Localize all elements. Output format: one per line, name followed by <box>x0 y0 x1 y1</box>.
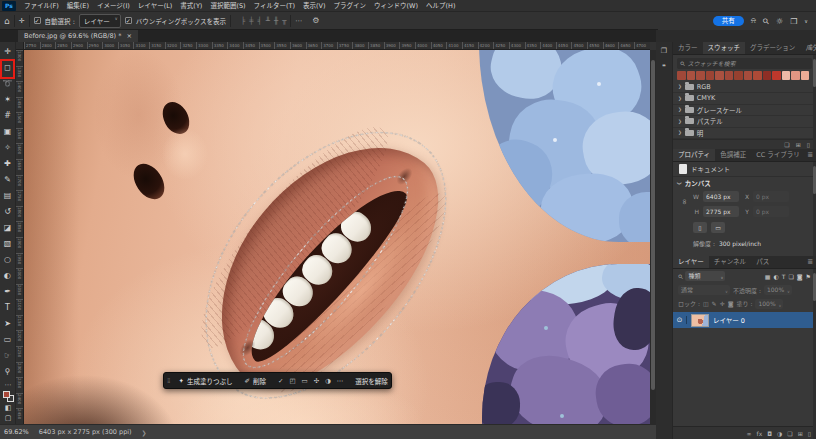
menu-item[interactable]: 編集(E) <box>63 0 93 12</box>
swatch[interactable] <box>715 71 724 80</box>
swatch[interactable] <box>725 71 734 80</box>
swatch[interactable] <box>753 71 762 80</box>
commit-brush-icon[interactable]: ✓ <box>278 377 283 385</box>
menu-item[interactable]: プラグイン <box>330 0 371 12</box>
panel-tab[interactable]: CC ライブラリ <box>751 149 805 161</box>
gradient-tool[interactable]: ▧ <box>0 236 15 252</box>
panel-tab[interactable]: レイヤー <box>673 256 709 268</box>
filter-shape-icon[interactable]: ❏ <box>788 273 793 280</box>
link-dimensions-icon[interactable]: ∞ <box>680 198 689 205</box>
object-selection-tool[interactable]: ✶ <box>0 92 15 108</box>
align-bottom-icon[interactable]: ╥ <box>282 17 286 25</box>
type-tool[interactable]: T <box>0 300 15 316</box>
swatch[interactable] <box>706 71 715 80</box>
discover-lightbulb-icon[interactable]: ☼ <box>776 17 783 26</box>
swatch[interactable] <box>687 71 696 80</box>
swatch[interactable] <box>772 71 781 80</box>
screen-mode-icon[interactable]: ▢ <box>5 414 12 422</box>
swatch-folder-row[interactable]: ❯ RGB <box>673 82 816 94</box>
feather-selection-icon[interactable]: ✣ <box>314 377 319 385</box>
layer-effects-icon[interactable]: fx <box>757 430 763 437</box>
filter-adjustment-icon[interactable]: ◐ <box>773 273 778 280</box>
layer-thumbnail[interactable] <box>691 314 709 327</box>
libraries-icon[interactable]: ❐ <box>661 47 667 55</box>
swatch-folder-row[interactable]: ❯ 明 <box>673 128 816 140</box>
swatch-folder-row[interactable]: ❯ CMYK <box>673 93 816 105</box>
link-layers-icon[interactable]: ∞ <box>747 430 752 437</box>
layer-visibility-eye-icon[interactable]: ⊙ <box>673 316 687 324</box>
more-options-icon[interactable]: ⋯ <box>337 377 344 385</box>
menu-item[interactable]: イメージ(I) <box>93 0 134 12</box>
group-layers-icon[interactable]: ❏ <box>787 430 792 437</box>
layer-name[interactable]: レイヤー 0 <box>713 315 745 325</box>
delete-swatch-icon[interactable]: ▯ <box>807 141 810 148</box>
status-chevron-icon[interactable]: ❯ <box>142 429 147 436</box>
lock-transparency-icon[interactable]: ◫ <box>703 300 709 307</box>
new-selection-icon[interactable]: ▭ <box>302 377 308 385</box>
quick-mask-icon[interactable]: ◧ <box>5 404 12 412</box>
move-tool[interactable]: ✛ <box>0 44 15 60</box>
swatch-folder-row[interactable]: ❯ グレースケール <box>673 105 816 117</box>
brush-tool[interactable]: ✎ <box>0 172 15 188</box>
panel-tab[interactable]: プロパティ <box>673 149 715 161</box>
swatch[interactable] <box>677 71 686 80</box>
panel-tab[interactable]: 色調補正 <box>715 149 751 161</box>
swatch[interactable] <box>734 71 743 80</box>
edit-toolbar-icon[interactable]: ⋯ <box>5 381 12 389</box>
chevron-down-icon[interactable]: ∨ <box>804 18 808 24</box>
menu-item[interactable]: ヘルプ(H) <box>422 0 459 12</box>
expand-chevron-icon[interactable]: ❯ <box>678 119 682 124</box>
history-brush-tool[interactable]: ↺ <box>0 204 15 220</box>
filter-pixel-icon[interactable]: ▦ <box>765 273 771 280</box>
delete-layer-icon[interactable]: ▯ <box>808 430 811 437</box>
swatch-search-input[interactable]: ⚲ スウォッチを検索 <box>677 58 812 69</box>
document-tab[interactable]: Before.jpg @ 69.6% (RGB/8) * × <box>18 30 138 42</box>
panel-menu-icon[interactable]: ≣ <box>807 256 813 269</box>
filter-smart-object-icon[interactable]: ◙ <box>797 273 803 280</box>
layer-filter-dropdown[interactable]: 種類 <box>685 271 725 281</box>
align-right-icon[interactable]: ╡ <box>257 17 261 25</box>
adjustment-layer-icon[interactable]: ◑ <box>777 430 782 437</box>
swatch[interactable] <box>791 71 800 80</box>
menu-item[interactable]: フィルター(T) <box>250 0 299 12</box>
filter-type-icon[interactable]: T <box>782 273 786 280</box>
dodge-tool[interactable]: ◐ <box>0 268 15 284</box>
foreground-background-colors[interactable] <box>3 391 14 402</box>
more-options-icon[interactable]: ⋯ <box>295 17 302 25</box>
path-selection-tool[interactable]: ➤ <box>0 316 15 332</box>
lock-all-icon[interactable]: ◙ <box>728 300 734 307</box>
canvas[interactable] <box>24 50 650 424</box>
new-layer-icon[interactable]: ⊞ <box>798 430 803 437</box>
layer-row-selected[interactable]: ⊙ レイヤー 0 <box>673 312 816 328</box>
scrollbar-thumb[interactable] <box>651 60 655 390</box>
menu-item[interactable]: レイヤー(L) <box>134 0 177 12</box>
panel-menu-icon[interactable]: ≣ <box>807 149 813 162</box>
height-field[interactable]: 2775 px <box>703 206 739 217</box>
add-to-selection-icon[interactable]: ◰ <box>289 377 295 385</box>
lock-position-icon[interactable]: ✛ <box>720 300 725 307</box>
workspace-switcher-icon[interactable]: ❒ <box>790 17 797 26</box>
deselect-button[interactable]: 選択を解除 <box>349 373 394 388</box>
panel-tab[interactable]: スウォッチ <box>703 42 746 54</box>
swatch[interactable] <box>744 71 753 80</box>
auto-select-checkbox[interactable]: ✓ <box>34 17 41 24</box>
menu-item[interactable]: 表示(V) <box>299 0 330 12</box>
blur-tool[interactable]: ○ <box>0 252 15 268</box>
swatch[interactable] <box>696 71 705 80</box>
panel-tab[interactable]: カラー <box>673 42 703 54</box>
opacity-dropdown[interactable]: 100% <box>764 285 792 295</box>
new-swatch-group-icon[interactable]: ❏ <box>784 141 789 148</box>
panel-tab[interactable]: パス <box>751 256 774 268</box>
blend-mode-dropdown[interactable]: 通常 <box>678 285 730 295</box>
expand-chevron-icon[interactable]: ❯ <box>678 84 682 89</box>
align-left-icon[interactable]: ╞ <box>241 17 245 25</box>
crop-tool[interactable]: # <box>0 108 15 124</box>
close-tab-icon[interactable]: × <box>126 32 131 40</box>
fill-dropdown[interactable]: 100% <box>755 299 783 309</box>
menu-item[interactable]: ファイル(F) <box>20 0 63 12</box>
auto-select-dropdown[interactable]: レイヤー <box>79 14 121 28</box>
generative-fill-button[interactable]: ✦ 生成塗りつぶし <box>172 373 238 388</box>
expand-chevron-icon[interactable]: ❯ <box>678 107 682 112</box>
hand-tool[interactable]: ☞ <box>0 348 15 364</box>
swatch-folder-row[interactable]: ❯ パステル <box>673 116 816 128</box>
